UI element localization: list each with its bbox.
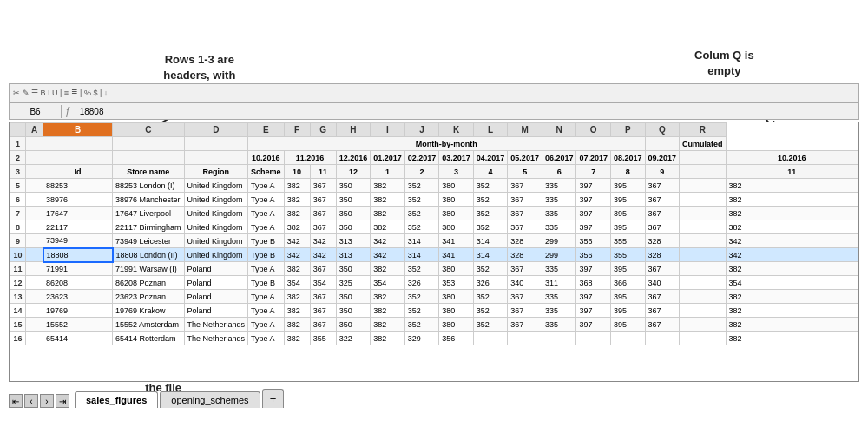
cell-f-12[interactable]: 354 — [284, 276, 310, 290]
cell-q-val-12[interactable]: 340 — [645, 276, 680, 290]
cell-k-5[interactable]: 380 — [439, 179, 474, 193]
cell-j-12[interactable]: 326 — [404, 276, 439, 290]
cell-j-8[interactable]: 352 — [404, 220, 439, 234]
col-header-f[interactable]: F — [284, 123, 310, 137]
table-row[interactable]: 117199171991 Warsaw (I)PolandType A38236… — [10, 262, 858, 276]
cell-n-11[interactable]: 335 — [542, 262, 576, 276]
tab-opening-schemes[interactable]: opening_schemes — [160, 391, 260, 408]
cell-d-7[interactable]: United Kingdom — [184, 207, 248, 220]
cell-o-6[interactable]: 397 — [576, 193, 611, 207]
cell-c-12[interactable]: 86208 Poznan — [113, 276, 185, 290]
cell-j-9[interactable]: 314 — [404, 234, 439, 248]
cell-a-5[interactable] — [26, 179, 43, 193]
cell-g-14[interactable]: 367 — [310, 304, 336, 318]
table-row[interactable]: 128620886208 PoznanPolandType B354354325… — [10, 276, 858, 290]
cell-o-10[interactable]: 356 — [576, 248, 611, 262]
cell-a-7[interactable] — [26, 207, 43, 220]
cell-g-10[interactable]: 342 — [310, 248, 336, 262]
cell-b-13[interactable]: 23623 — [43, 290, 113, 304]
cell-o-16[interactable] — [576, 332, 611, 345]
cell-q-16[interactable] — [680, 332, 727, 345]
col-header-d[interactable]: D — [184, 123, 248, 137]
cell-g-8[interactable]: 367 — [310, 220, 336, 234]
col-header-e[interactable]: E — [248, 123, 285, 137]
cell-g-6[interactable]: 367 — [310, 193, 336, 207]
cell-e-8[interactable]: Type A — [248, 220, 285, 234]
cell-r-9[interactable]: 342 — [726, 234, 858, 248]
cell-q-15[interactable] — [680, 318, 727, 332]
cell-c-6[interactable]: 38976 Manchester — [113, 193, 185, 207]
cell-r-13[interactable]: 382 — [726, 290, 858, 304]
table-row[interactable]: 97394973949 LeicesterUnited KingdomType … — [10, 234, 858, 248]
cell-f-9[interactable]: 342 — [284, 234, 310, 248]
cell-q-9[interactable] — [680, 234, 727, 248]
cell-m-7[interactable]: 367 — [508, 207, 542, 220]
tab-nav-first[interactable]: ⇤ — [9, 394, 23, 408]
cell-i-6[interactable]: 382 — [371, 193, 405, 207]
cell-k-16[interactable]: 356 — [439, 332, 474, 345]
cell-m-11[interactable]: 367 — [508, 262, 542, 276]
cell-l-16[interactable] — [473, 332, 508, 345]
cell-l-10[interactable]: 314 — [473, 248, 508, 262]
tab-sales-figures[interactable]: sales_figures — [75, 391, 158, 408]
cell-l-14[interactable]: 352 — [473, 304, 508, 318]
cell-f-11[interactable]: 382 — [284, 262, 310, 276]
col-header-m[interactable]: M — [508, 123, 542, 137]
cell-k-14[interactable]: 380 — [439, 304, 474, 318]
cell-k-7[interactable]: 380 — [439, 207, 474, 220]
cell-p-13[interactable]: 395 — [611, 290, 646, 304]
cell-c-11[interactable]: 71991 Warsaw (I) — [113, 262, 185, 276]
cell-d-11[interactable]: Poland — [184, 262, 248, 276]
cell-j-16[interactable]: 329 — [404, 332, 439, 345]
cell-e-14[interactable]: Type A — [248, 304, 285, 318]
cell-c-7[interactable]: 17647 Liverpool — [113, 207, 185, 220]
cell-m-12[interactable]: 340 — [508, 276, 542, 290]
cell-q-val-10[interactable]: 328 — [645, 248, 680, 262]
cell-d-8[interactable]: United Kingdom — [184, 220, 248, 234]
cell-i-14[interactable]: 382 — [371, 304, 405, 318]
cell-l-12[interactable]: 326 — [473, 276, 508, 290]
cell-n-12[interactable]: 311 — [542, 276, 576, 290]
cell-o-8[interactable]: 397 — [576, 220, 611, 234]
cell-e-5[interactable]: Type A — [248, 179, 285, 193]
cell-d-15[interactable]: The Netherlands — [184, 318, 248, 332]
cell-b-16[interactable]: 65414 — [43, 332, 113, 345]
cell-r-8[interactable]: 382 — [726, 220, 858, 234]
cell-d-14[interactable]: Poland — [184, 304, 248, 318]
cell-p-7[interactable]: 395 — [611, 207, 646, 220]
cell-l-7[interactable]: 352 — [473, 207, 508, 220]
cell-m-13[interactable]: 367 — [508, 290, 542, 304]
cell-c-14[interactable]: 19769 Krakow — [113, 304, 185, 318]
col-header-k[interactable]: K — [439, 123, 474, 137]
cell-d-6[interactable]: United Kingdom — [184, 193, 248, 207]
cell-j-6[interactable]: 352 — [404, 193, 439, 207]
cell-i-10[interactable]: 342 — [371, 248, 405, 262]
cell-q-5[interactable] — [680, 179, 727, 193]
cell-b-10[interactable]: 18808 — [43, 248, 113, 262]
cell-h-12[interactable]: 325 — [336, 276, 371, 290]
cell-p-11[interactable]: 395 — [611, 262, 646, 276]
cell-l-9[interactable]: 314 — [473, 234, 508, 248]
cell-d-5[interactable]: United Kingdom — [184, 179, 248, 193]
cell-a-16[interactable] — [26, 332, 43, 345]
col-header-g[interactable]: G — [310, 123, 336, 137]
cell-q-14[interactable] — [680, 304, 727, 318]
cell-a-9[interactable] — [26, 234, 43, 248]
cell-g-9[interactable]: 342 — [310, 234, 336, 248]
cell-n-14[interactable]: 335 — [542, 304, 576, 318]
table-row[interactable]: 151555215552 AmsterdamThe NetherlandsTyp… — [10, 318, 858, 332]
cell-j-10[interactable]: 314 — [404, 248, 439, 262]
cell-p-5[interactable]: 395 — [611, 179, 646, 193]
col-header-r[interactable]: R — [680, 123, 727, 137]
cell-n-7[interactable]: 335 — [542, 207, 576, 220]
cell-k-6[interactable]: 380 — [439, 193, 474, 207]
tab-add-button[interactable]: + — [262, 389, 285, 408]
table-row[interactable]: 141976919769 KrakowPolandType A382367350… — [10, 304, 858, 318]
cell-c-13[interactable]: 23623 Poznan — [113, 290, 185, 304]
cell-n-5[interactable]: 335 — [542, 179, 576, 193]
col-header-j[interactable]: J — [404, 123, 439, 137]
cell-p-15[interactable]: 395 — [611, 318, 646, 332]
cell-k-13[interactable]: 380 — [439, 290, 474, 304]
cell-q-11[interactable] — [680, 262, 727, 276]
cell-q-13[interactable] — [680, 290, 727, 304]
